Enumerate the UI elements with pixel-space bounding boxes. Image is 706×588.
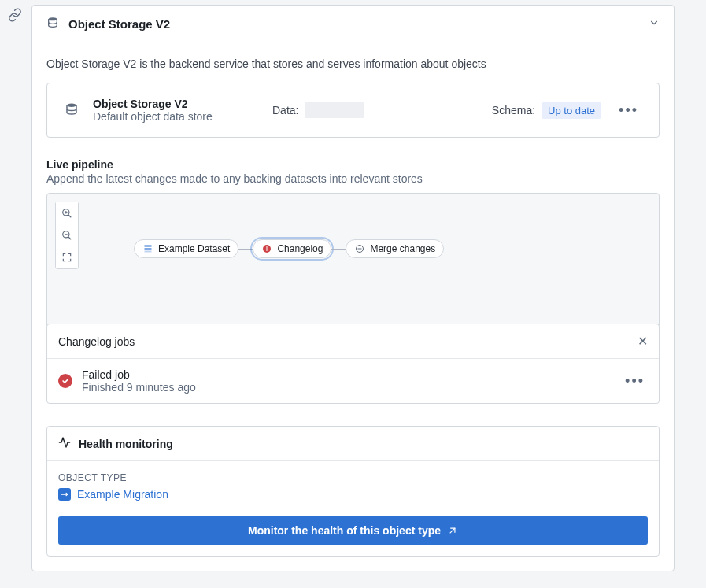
svg-rect-10: [145, 248, 152, 250]
changelog-title: Changelog jobs: [58, 335, 135, 348]
zoom-fit-button[interactable]: [56, 246, 78, 268]
store-subtitle: Default object data store: [93, 110, 258, 123]
dataset-icon: [142, 243, 153, 254]
chevron-down-icon[interactable]: [649, 17, 660, 31]
pipeline-nodes: Example Dataset Changelog Me: [134, 239, 444, 258]
changelog-panel: Changelog jobs ✕ Failed job Finished 9 m…: [46, 324, 660, 404]
svg-line-7: [68, 236, 72, 239]
node-label: Example Dataset: [158, 243, 230, 254]
job-subtitle: Finished 9 minutes ago: [82, 381, 612, 394]
node-label: Changelog: [277, 243, 323, 254]
job-title: Failed job: [82, 368, 612, 381]
pipeline-node-merge[interactable]: Merge changes: [346, 239, 444, 258]
monitor-health-button[interactable]: Monitor the health of this object type: [58, 516, 648, 545]
pipeline-node-dataset[interactable]: Example Dataset: [134, 239, 238, 258]
data-value-placeholder: [305, 102, 364, 118]
card-header[interactable]: Object Storage V2: [32, 6, 674, 43]
store-name: Object Storage V2: [93, 98, 258, 110]
monitor-button-label: Monitor the health of this object type: [248, 524, 441, 537]
zoom-in-button[interactable]: [56, 202, 78, 224]
database-icon: [46, 17, 59, 31]
pipeline-canvas[interactable]: Example Dataset Changelog Me: [46, 193, 660, 328]
svg-rect-13: [267, 246, 268, 250]
schema-status-badge: Up to date: [542, 102, 601, 119]
object-type-label: OBJECT TYPE: [58, 472, 648, 483]
job-row[interactable]: Failed job Finished 9 minutes ago •••: [47, 359, 659, 403]
svg-point-0: [49, 17, 57, 20]
svg-line-3: [68, 214, 72, 217]
svg-line-18: [450, 528, 455, 533]
svg-rect-14: [267, 250, 268, 251]
zoom-controls: [55, 202, 79, 269]
pipeline-subtitle: Append the latest changes made to any ba…: [46, 172, 660, 185]
pipeline-edge: [331, 249, 346, 250]
object-storage-card: Object Storage V2 Object Storage V2 is t…: [31, 5, 675, 571]
data-label: Data:: [272, 104, 298, 116]
pulse-icon: [58, 436, 71, 451]
svg-rect-9: [145, 246, 152, 247]
merge-icon: [354, 243, 365, 254]
health-card: Health monitoring OBJECT TYPE Example Mi…: [46, 426, 660, 557]
migration-icon: [58, 488, 71, 501]
node-label: Merge changes: [370, 243, 435, 254]
object-type-link[interactable]: Example Migration: [58, 488, 648, 501]
job-more-button[interactable]: •••: [622, 371, 648, 391]
status-failed-icon: [58, 374, 72, 388]
health-title: Health monitoring: [79, 438, 173, 450]
store-card: Object Storage V2 Default object data st…: [46, 83, 660, 138]
pipeline-title: Live pipeline: [46, 158, 660, 171]
error-icon: [261, 243, 272, 254]
card-title: Object Storage V2: [68, 17, 639, 31]
card-description: Object Storage V2 is the backend service…: [46, 57, 660, 70]
zoom-out-button[interactable]: [56, 224, 78, 246]
close-icon[interactable]: ✕: [638, 334, 648, 349]
schema-label: Schema:: [492, 104, 535, 116]
svg-point-1: [67, 103, 76, 107]
pipeline-edge: [238, 249, 253, 250]
object-type-name: Example Migration: [77, 488, 168, 501]
store-more-button[interactable]: •••: [615, 100, 641, 120]
pipeline-node-changelog[interactable]: Changelog: [253, 239, 331, 258]
database-icon: [65, 102, 79, 119]
svg-rect-11: [145, 251, 152, 253]
permalink-icon[interactable]: [8, 8, 22, 24]
external-link-icon: [447, 525, 458, 536]
